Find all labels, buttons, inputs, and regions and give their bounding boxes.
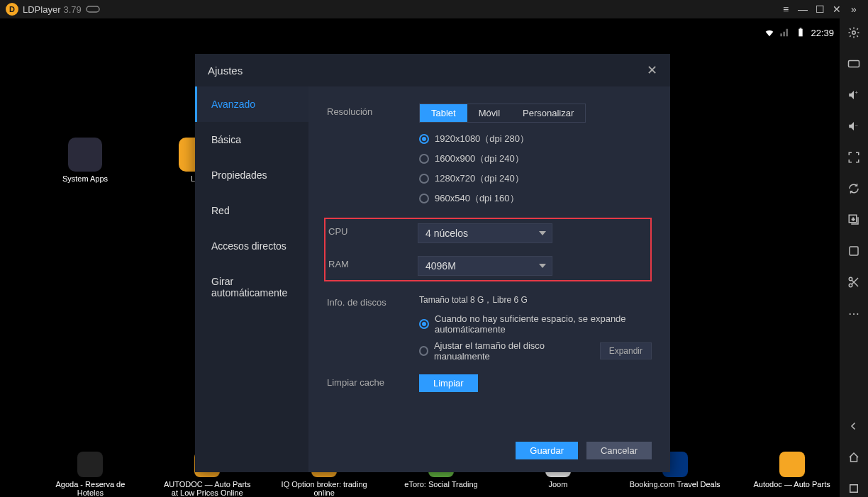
ram-select[interactable]: 4096M [418, 256, 552, 276]
radio-icon [419, 194, 429, 203]
cpu-ram-highlight: CPU 4 núcelos RAM 4096M [324, 218, 652, 281]
radio-label: 1600x900（dpi 240） [435, 152, 524, 165]
minimize-button[interactable]: — [794, 4, 811, 15]
recents-icon[interactable] [845, 480, 862, 497]
apk-icon[interactable] [845, 242, 862, 259]
radio-label: 1920x1080（dpi 280） [435, 133, 529, 145]
disk-info-label: Info. de discos [327, 294, 419, 308]
radio-icon [419, 319, 429, 329]
icon-label: System Apps [62, 174, 108, 183]
dialog-title: Ajustes [208, 65, 243, 77]
tab-custom[interactable]: Personalizar [511, 104, 585, 122]
disk-manual-radio[interactable]: Ajustar el tamaño del disco manualmente … [419, 340, 652, 362]
signal-icon [779, 27, 791, 38]
app-label: eToro: Social Trading [394, 480, 489, 488]
clear-cache-label: Limpiar cache [327, 374, 419, 388]
menu-icon[interactable]: ≡ [777, 4, 794, 15]
dialog-header: Ajustes ✕ [195, 54, 670, 86]
expand-disk-button[interactable]: Expandir [600, 342, 652, 359]
collapse-toolbar-button[interactable]: » [845, 4, 862, 15]
svg-point-8 [849, 277, 852, 281]
volume-down-icon[interactable]: − [845, 118, 862, 135]
resolution-radio[interactable]: 960x540（dpi 160） [419, 192, 652, 205]
keyboard-icon[interactable] [845, 55, 862, 72]
ram-value: 4096M [425, 260, 456, 272]
svg-point-1 [852, 31, 856, 35]
radio-icon [419, 174, 429, 184]
radio-icon [419, 154, 429, 164]
right-toolbar: + − + ⋯ [840, 18, 868, 497]
app-label: Booking.com Travel Deals [627, 480, 723, 488]
app-name: LDPlayer [23, 4, 60, 15]
app-label: IQ Option broker: trading online [277, 480, 372, 497]
nav-item[interactable]: Avanzado [195, 86, 308, 122]
disk-auto-radio[interactable]: Cuando no hay suficiente espacio, se exp… [419, 313, 652, 335]
radio-label: Ajustar el tamaño del disco manualmente [434, 340, 586, 362]
resolution-label: Resolución [327, 104, 419, 117]
sync-icon[interactable] [845, 180, 862, 197]
gamepad-icon [86, 4, 100, 14]
resolution-radio[interactable]: 1280x720（dpi 240） [419, 172, 652, 185]
app-logo-icon: D [6, 3, 18, 16]
nav-item[interactable]: Girar automáticamente [195, 264, 308, 311]
disk-size-text: Tamaño total 8 G，Libre 6 G [419, 294, 652, 306]
svg-rect-12 [850, 485, 858, 493]
radio-label: Cuando no hay suficiente espacio, se exp… [435, 313, 640, 335]
scissors-icon[interactable] [845, 274, 862, 291]
nav-item[interactable]: Propiedades [195, 157, 308, 193]
wifi-icon [764, 27, 775, 38]
app-icon [779, 452, 805, 477]
settings-nav: AvanzadoBásicaPropiedadesRedAccesos dire… [195, 86, 308, 472]
resolution-radio[interactable]: 1920x1080（dpi 280） [419, 133, 652, 145]
app-label: Joom [510, 480, 606, 488]
cpu-label: CPU [326, 223, 418, 237]
svg-rect-7 [850, 247, 858, 255]
system-apps-icon[interactable]: System Apps [57, 138, 113, 183]
more-icon[interactable]: ⋯ [845, 305, 862, 322]
svg-text:−: − [855, 123, 859, 129]
back-icon[interactable] [845, 418, 862, 435]
svg-rect-14 [800, 28, 802, 28]
maximize-button[interactable]: ☐ [811, 4, 828, 15]
app-icon [77, 452, 103, 477]
svg-text:+: + [852, 216, 855, 223]
chevron-down-icon [539, 264, 546, 268]
radio-icon [419, 134, 429, 144]
chevron-down-icon [539, 231, 546, 235]
clear-cache-button[interactable]: Limpiar [419, 374, 478, 392]
volume-up-icon[interactable]: + [845, 86, 862, 104]
android-status-bar: 22:39 [764, 27, 834, 38]
close-window-button[interactable]: ✕ [828, 4, 845, 15]
emulator-screen: 22:39 System Apps LD Agoda - Reserva de … [0, 18, 840, 497]
nav-item[interactable]: Red [195, 193, 308, 228]
fullscreen-icon[interactable] [845, 149, 862, 166]
tab-tablet[interactable]: Tablet [420, 104, 467, 122]
titlebar: D LDPlayer 3.79 ≡ — ☐ ✕ » [0, 0, 868, 18]
nav-item[interactable]: Básica [195, 122, 308, 157]
close-dialog-button[interactable]: ✕ [647, 62, 657, 78]
svg-rect-13 [799, 29, 803, 37]
nav-item[interactable]: Accesos directos [195, 228, 308, 264]
app-version: 3.79 [63, 4, 81, 15]
resolution-mode-tabs: Tablet Móvil Personalizar [419, 104, 586, 123]
app-shortcut[interactable]: Autodoc — Auto Parts [744, 452, 840, 488]
cpu-select[interactable]: 4 núcelos [418, 223, 552, 243]
app-label: AUTODOC — Auto Parts at Low Prices Onlin… [160, 480, 255, 497]
ram-label: RAM [326, 256, 418, 269]
cpu-value: 4 núcelos [425, 228, 468, 239]
clock: 22:39 [811, 28, 834, 38]
svg-rect-0 [87, 6, 99, 12]
save-button[interactable]: Guardar [516, 442, 578, 459]
app-label: Agoda - Reserva de Hoteles [43, 480, 138, 497]
radio-label: 960x540（dpi 160） [435, 192, 519, 205]
settings-content: Resolución Tablet Móvil Personalizar 192… [308, 86, 670, 472]
app-label: Autodoc — Auto Parts [744, 480, 840, 488]
gear-icon[interactable] [845, 24, 862, 41]
battery-icon [795, 27, 806, 38]
cancel-button[interactable]: Cancelar [586, 442, 652, 459]
tab-mobile[interactable]: Móvil [467, 104, 511, 122]
home-icon[interactable] [845, 449, 862, 466]
resolution-radio[interactable]: 1600x900（dpi 240） [419, 152, 652, 165]
multi-instance-icon[interactable]: + [845, 211, 862, 228]
app-shortcut[interactable]: Agoda - Reserva de Hoteles [43, 452, 138, 497]
